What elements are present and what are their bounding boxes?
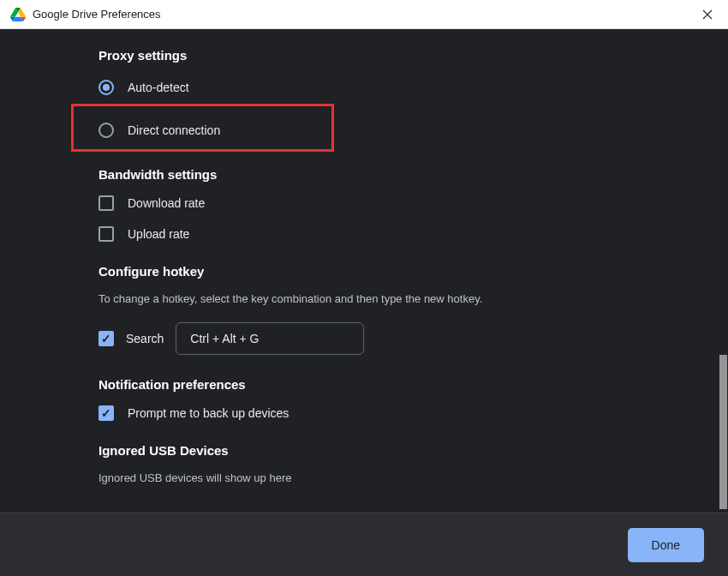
scrollbar-thumb[interactable] — [719, 355, 727, 509]
checkbox-icon: ✓ — [98, 405, 114, 421]
checkbox-label: Prompt me to back up devices — [128, 406, 289, 420]
notifications-heading: Notification preferences — [98, 377, 711, 392]
radio-auto-detect[interactable]: Auto-detect — [98, 76, 711, 99]
bandwidth-heading: Bandwidth settings — [98, 167, 711, 182]
hotkey-search-row: ✓ Search Ctrl + Alt + G — [98, 322, 711, 355]
usb-help-text: Ignored USB devices will show up here — [98, 471, 711, 484]
radio-label: Direct connection — [128, 123, 220, 137]
checkbox-icon — [98, 195, 114, 211]
checkbox-prompt-backup[interactable]: ✓ Prompt me to back up devices — [98, 405, 711, 421]
radio-label: Auto-detect — [128, 81, 189, 94]
titlebar: Google Drive Preferences — [0, 0, 728, 29]
checkbox-download-rate[interactable]: Download rate — [98, 195, 711, 211]
search-label: Search — [126, 332, 164, 345]
usb-heading: Ignored USB Devices — [98, 443, 711, 458]
hotkey-heading: Configure hotkey — [98, 264, 711, 279]
radio-icon — [98, 80, 114, 95]
settings-content: Proxy settings Auto-detect Direct connec… — [0, 29, 728, 513]
radio-direct-connection[interactable]: Direct connection — [98, 119, 711, 141]
hotkey-input[interactable]: Ctrl + Alt + G — [176, 322, 364, 355]
checkbox-upload-rate[interactable]: Upload rate — [98, 226, 711, 242]
close-icon — [702, 9, 713, 20]
done-button[interactable]: Done — [628, 528, 704, 562]
titlebar-left: Google Drive Preferences — [10, 8, 161, 21]
close-button[interactable] — [697, 4, 718, 25]
proxy-heading: Proxy settings — [98, 48, 711, 63]
checkbox-icon — [98, 226, 114, 242]
checkbox-label: Upload rate — [128, 227, 189, 241]
window-title: Google Drive Preferences — [33, 8, 161, 21]
footer: Done — [0, 513, 728, 576]
google-drive-icon — [10, 8, 26, 21]
radio-icon — [98, 123, 114, 138]
checkbox-search[interactable]: ✓ — [98, 331, 114, 346]
checkbox-label: Download rate — [128, 196, 205, 210]
hotkey-help-text: To change a hotkey, select the key combi… — [98, 292, 711, 305]
